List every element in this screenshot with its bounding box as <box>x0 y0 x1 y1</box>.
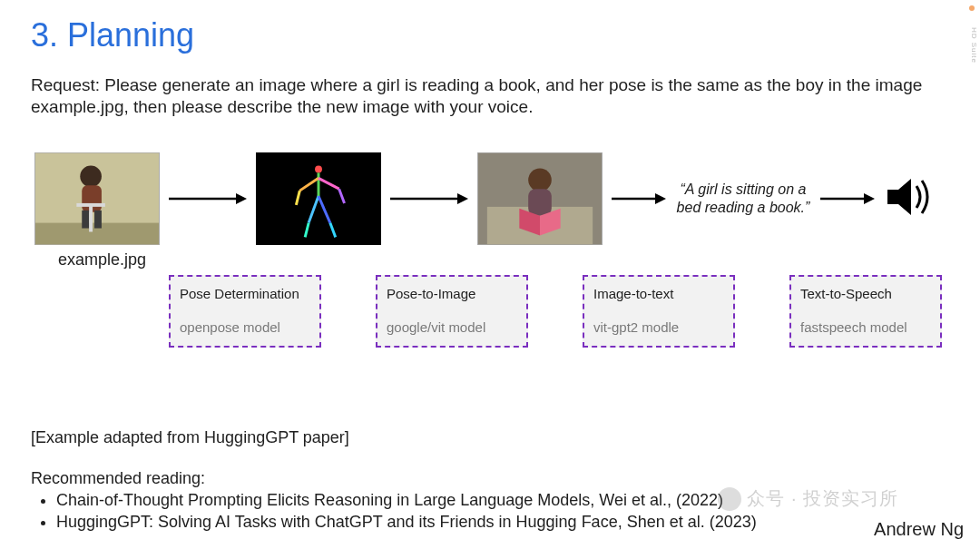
svg-rect-26 <box>528 189 552 216</box>
svg-rect-6 <box>89 204 93 231</box>
author-name: Andrew Ng <box>874 519 964 540</box>
model-box-sub: openpose model <box>180 319 310 335</box>
model-box-sub: fastspeech model <box>800 319 931 335</box>
model-box-sub: google/vit model <box>387 319 517 335</box>
arrow-icon <box>610 190 668 208</box>
example-image <box>34 152 160 245</box>
svg-point-11 <box>315 165 322 172</box>
recommended-item: HuggingGPT: Solving AI Tasks with ChatGP… <box>56 512 848 533</box>
arrow-icon <box>167 190 249 208</box>
watermark: 众号 · 投资实习所 <box>718 486 898 511</box>
model-box-title: Pose-to-Image <box>387 286 517 301</box>
arrow-icon <box>388 190 470 208</box>
svg-marker-33 <box>887 179 911 215</box>
model-box-title: Image-to-text <box>593 286 724 301</box>
model-boxes-row: Pose Determination openpose model Pose-t… <box>31 275 953 348</box>
example-filename: example.jpg <box>58 250 953 270</box>
svg-marker-9 <box>236 193 247 204</box>
slide-title: 3. Planning <box>31 16 953 54</box>
caption-text: “A girl is sitting on a bed reading a bo… <box>675 181 811 215</box>
model-box-title: Text-to-Speech <box>800 286 931 301</box>
pose-image <box>256 152 381 245</box>
watermark-text: 众号 · 投资实习所 <box>747 486 898 511</box>
svg-marker-22 <box>457 193 468 204</box>
recording-dot <box>969 5 975 11</box>
watermark-avatar <box>718 487 741 511</box>
svg-rect-4 <box>82 210 89 228</box>
model-box-sub: vit-gpt2 modle <box>593 319 724 335</box>
model-box-image-to-text: Image-to-text vit-gpt2 modle <box>583 275 735 348</box>
pipeline-row: “A girl is sitting on a bed reading a bo… <box>31 152 953 245</box>
svg-marker-32 <box>864 193 875 204</box>
generated-image <box>477 152 603 245</box>
svg-marker-30 <box>655 193 666 204</box>
footer-block: [Example adapted from HuggingGPT paper] … <box>31 428 848 533</box>
model-box-pose-determination: Pose Determination openpose model <box>169 275 321 348</box>
svg-point-2 <box>80 165 102 187</box>
svg-point-25 <box>528 168 552 191</box>
svg-rect-7 <box>76 202 105 206</box>
model-box-pose-to-image: Pose-to-Image google/vit model <box>376 275 528 348</box>
svg-rect-5 <box>94 210 102 228</box>
model-box-title: Pose Determination <box>180 286 310 301</box>
model-box-text-to-speech: Text-to-Speech fastspeech model <box>789 275 942 348</box>
adapted-note: [Example adapted from HuggingGPT paper] <box>31 428 848 447</box>
sidebar-gadget: HD Suite <box>965 27 978 64</box>
slide: 3. Planning Request: Please generate an … <box>0 0 980 549</box>
request-text: Request: Please generate an image where … <box>31 74 953 118</box>
speaker-icon <box>884 173 936 224</box>
arrow-icon <box>818 190 877 208</box>
